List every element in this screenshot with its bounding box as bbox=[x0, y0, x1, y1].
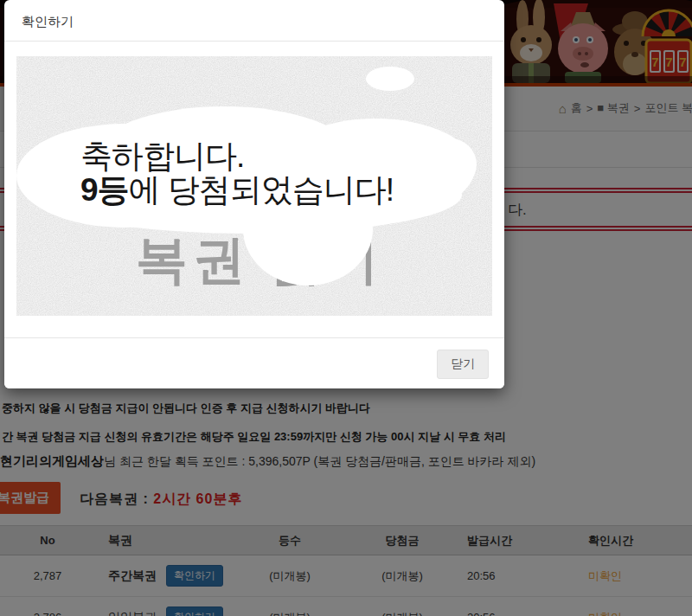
win-rank: 9등 bbox=[80, 172, 129, 208]
modal-footer: 닫기 bbox=[4, 337, 504, 388]
congrats-line2: 에 당첨되었습니다! bbox=[129, 172, 394, 208]
close-button[interactable]: 닫기 bbox=[437, 350, 489, 379]
scratch-card: 복권 긁기 축하합니다. 9등에 당첨되었습니다! bbox=[16, 56, 492, 316]
modal-header: 확인하기 bbox=[4, 0, 504, 42]
scratched-area bbox=[366, 67, 414, 91]
check-result-modal: 확인하기 복권 긁기 bbox=[4, 0, 504, 388]
modal-title: 확인하기 bbox=[22, 14, 74, 29]
modal-body: 복권 긁기 축하합니다. 9등에 당첨되었습니다! bbox=[4, 42, 504, 316]
congrats-line1: 축하합니다. bbox=[80, 138, 244, 174]
congrats-text: 축하합니다. 9등에 당첨되었습니다! bbox=[80, 139, 394, 207]
scratched-area bbox=[423, 138, 477, 190]
